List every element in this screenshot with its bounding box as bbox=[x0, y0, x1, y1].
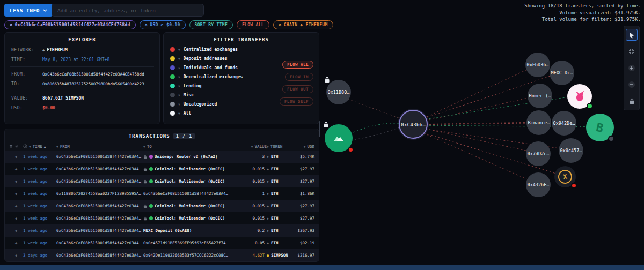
flow-in-button[interactable]: FLOW IN bbox=[285, 73, 313, 81]
lock-icon bbox=[143, 204, 148, 208]
column-header-chain[interactable] bbox=[9, 144, 23, 148]
chip-flow-all[interactable]: FLOW ALL bbox=[237, 20, 269, 29]
filter-item-label: Centralized exchanges bbox=[184, 47, 238, 52]
filter-item-misc[interactable]: ▼ Misc bbox=[164, 91, 271, 100]
cursor-tool-button[interactable] bbox=[626, 29, 638, 41]
table-row[interactable]: ◆ 3 days ago 0xC43b6eCaF08b515001d58f4f4… bbox=[5, 249, 319, 261]
node-mexc[interactable]: X bbox=[554, 166, 576, 188]
node-0xc43b6-center[interactable]: 0xC43b6… bbox=[399, 110, 428, 139]
chip-chain-ethereum[interactable]: × CHAIN ◆ ETHEREUM bbox=[273, 20, 333, 29]
table-row[interactable]: ◆ 1 week ago 0xC43b6eCaF08b515001d58f4f4… bbox=[5, 224, 319, 237]
network-value: ◆ETHEREUM bbox=[42, 48, 68, 52]
token-icon: ◆ bbox=[267, 241, 269, 245]
filter-item-all[interactable]: ▼ All bbox=[164, 109, 271, 118]
filter-item-lending[interactable]: ▼ Lending bbox=[164, 81, 271, 91]
zoom-out-icon bbox=[628, 81, 635, 88]
node-0x942de[interactable]: 0x942De… bbox=[552, 111, 576, 136]
node-mexc-deposit[interactable]: MEXC Dc… bbox=[550, 61, 574, 85]
flow-self-button[interactable]: FLOW SELF bbox=[280, 98, 313, 106]
zoom-in-button[interactable] bbox=[626, 62, 638, 74]
token-icon: ◆ bbox=[267, 167, 269, 171]
entity-dot bbox=[149, 216, 153, 220]
node-0x0c457[interactable]: 0x0c457… bbox=[559, 138, 583, 163]
cell-usd: $27.97 bbox=[296, 179, 314, 184]
chip-sort-by-time[interactable]: SORT BY TIME bbox=[189, 20, 233, 29]
funnel-icon: ▼ bbox=[178, 102, 180, 106]
chip-close-icon[interactable]: × bbox=[145, 22, 148, 27]
category-dot bbox=[170, 47, 175, 52]
table-row[interactable]: ◆ 1 week ago 0xC43b6eCaF08b515001d58f4f4… bbox=[5, 151, 319, 163]
table-row[interactable]: ◆ 1 week ago 0xC43b6eCaF08b515001d58f4f4… bbox=[5, 237, 319, 249]
cell-usd: $1.86K bbox=[296, 191, 314, 196]
chip-close-icon[interactable]: × bbox=[10, 22, 13, 27]
cell-value: 4.62T bbox=[244, 253, 267, 258]
node-binance[interactable]: Binance… bbox=[526, 110, 551, 135]
table-row[interactable]: ◆ 1 week ago 0x11B80b720274558aa0237F123… bbox=[5, 188, 319, 200]
node-uniswap[interactable] bbox=[567, 84, 592, 109]
node-b-token[interactable]: B bbox=[586, 114, 614, 141]
column-header-value[interactable]: ▼ VALUE bbox=[244, 144, 267, 149]
filter-item-centralized-exchanges[interactable]: ▼ Centralized exchanges bbox=[164, 45, 271, 54]
alert-badge bbox=[348, 147, 354, 153]
flow-out-button[interactable]: FLOW OUT bbox=[282, 85, 313, 93]
table-row[interactable]: ◆ 1 week ago 0xC43b6eCaF08b515001d58f4f4… bbox=[5, 200, 319, 212]
filter-chips: × 0xC43b6eCaF08b515001d58f4f427e03A4CE47… bbox=[4, 20, 333, 29]
token-icon: ◆ bbox=[267, 155, 269, 159]
column-header-usd[interactable]: ▼ USD bbox=[296, 144, 314, 149]
node-cointool[interactable] bbox=[325, 124, 353, 152]
cell-time: 1 week ago bbox=[23, 228, 56, 233]
table-row[interactable]: ◆ 1 week ago 0xC43b6eCaF08b515001d58f4f4… bbox=[5, 163, 319, 175]
zoom-out-button[interactable] bbox=[626, 79, 638, 91]
node-homer[interactable]: Homer (… bbox=[528, 84, 552, 108]
filter-item-deposit-addresses[interactable]: ▼ Deposit addresses bbox=[164, 54, 271, 63]
fit-view-button[interactable] bbox=[626, 46, 638, 57]
filter-item-uncategorized[interactable]: ▼ Uncategorized bbox=[164, 100, 271, 109]
cell-time: 1 week ago bbox=[23, 167, 56, 171]
node-0x4326e[interactable]: 0x4326E… bbox=[526, 172, 551, 197]
cell-from: 0xC43b6eCaF08b515001d58f4f427e03A4… bbox=[56, 154, 143, 159]
vertical-scrollbar[interactable] bbox=[319, 121, 320, 137]
column-header-to[interactable]: ▼ TO bbox=[143, 144, 244, 149]
chain-icon: ◆ bbox=[9, 229, 23, 233]
filter-item-individuals-and-funds[interactable]: ▼ Individuals and funds bbox=[164, 63, 271, 72]
horizontal-scrollbar[interactable] bbox=[0, 265, 644, 270]
cell-token: ◆ ETH bbox=[267, 154, 296, 159]
column-header-time[interactable]: ▼ TIME ▲ bbox=[23, 144, 56, 149]
filter-item-label: Decentralized exchanges bbox=[184, 74, 243, 79]
node-0x11b80[interactable]: 0x11B80… bbox=[326, 80, 351, 104]
cell-time: 1 week ago bbox=[23, 241, 56, 245]
chip-close-icon[interactable]: × bbox=[279, 22, 282, 27]
chip-label: USD ≥ $0.10 bbox=[150, 22, 180, 27]
table-row[interactable]: ◆ 1 week ago 0xC43b6eCaF08b515001d58f4f4… bbox=[5, 212, 319, 224]
cell-usd: $367.93 bbox=[296, 228, 314, 233]
funnel-icon: ▼ bbox=[29, 145, 31, 148]
flow-all-button[interactable]: FLOW ALL bbox=[282, 61, 313, 69]
filter-item-decentralized-exchanges[interactable]: ▼ Decentralized exchanges bbox=[164, 72, 271, 81]
entity-dot bbox=[149, 204, 153, 208]
transactions-title: TRANSACTIONS bbox=[129, 133, 170, 139]
less-info-button[interactable]: LESS INFO bbox=[4, 4, 53, 17]
chain-icon: ◆ bbox=[9, 192, 23, 196]
cell-from: 0x11B80b720274558aa0237F123935595A… bbox=[56, 191, 143, 196]
cell-to: MEXC Deposit (0xAE8) bbox=[143, 228, 244, 233]
node-0x7dd2c[interactable]: 0x7dD2c… bbox=[526, 141, 551, 166]
graph-toolbar bbox=[624, 26, 640, 110]
chip-usd-filter[interactable]: × USD ≥ $0.10 bbox=[140, 20, 186, 29]
cell-time: 1 week ago bbox=[23, 204, 56, 208]
from-label: FROM: bbox=[11, 72, 42, 77]
node-label: 0x0c457… bbox=[560, 148, 582, 153]
search-input[interactable] bbox=[52, 4, 204, 17]
chip-address[interactable]: × 0xC43b6eCaF08b515001d58f4f427e03A4CE47… bbox=[4, 20, 136, 29]
app-root: 0x11B80… 0xC43b6… 0xFbD36… MEXC Dc… Home… bbox=[0, 0, 644, 270]
cell-value: 3 bbox=[244, 154, 267, 159]
entity-dot bbox=[149, 155, 153, 159]
funnel-icon: ▼ bbox=[178, 93, 180, 97]
lock-layout-button[interactable] bbox=[626, 95, 638, 107]
column-header-token[interactable]: ▼ TOKEN bbox=[267, 144, 296, 149]
node-0xfbd36[interactable]: 0xFbD36… bbox=[525, 52, 550, 77]
column-header-from[interactable]: ▼ FROM bbox=[56, 144, 143, 149]
sort-ascending-icon: ▲ bbox=[44, 145, 46, 148]
table-row[interactable]: ◆ 1 week ago 0xC43b6eCaF08b515001d58f4f4… bbox=[5, 175, 319, 188]
time-label: TIME: bbox=[11, 57, 42, 62]
entity-dot bbox=[149, 179, 153, 183]
